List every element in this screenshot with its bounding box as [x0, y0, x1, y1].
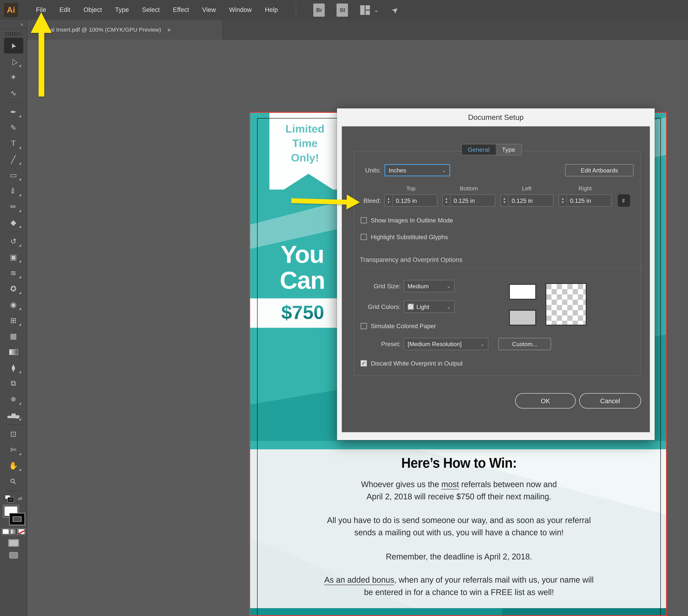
menu-view[interactable]: View: [196, 0, 222, 20]
ok-button[interactable]: OK: [515, 393, 576, 409]
eraser-tool[interactable]: ◆: [4, 215, 23, 230]
column-graph-tool-icon: ▃▆▄: [7, 412, 19, 418]
checkbox-box[interactable]: [361, 323, 367, 329]
eyedropper-tool[interactable]: ⧫: [4, 360, 23, 376]
symbol-sprayer-tool[interactable]: ✵: [4, 392, 23, 407]
highlight-substituted-glyphs-checkbox[interactable]: Highlight Substituted Glyphs: [361, 234, 448, 240]
rectangle-tool[interactable]: ▭: [4, 167, 23, 183]
menu-window[interactable]: Window: [222, 0, 258, 20]
curvature-tool[interactable]: ✎: [4, 120, 23, 136]
selection-tool[interactable]: ➤: [4, 38, 23, 53]
fill-stroke-indicator-icon[interactable]: [5, 495, 13, 502]
bleed-left-field[interactable]: ▲▼ 0.125 in: [500, 194, 553, 206]
show-images-outline-checkbox[interactable]: Show Images In Outline Mode: [361, 217, 453, 224]
scale-tool[interactable]: ▣: [4, 249, 23, 265]
pen-tool[interactable]: ✒: [4, 104, 23, 120]
mesh-tool[interactable]: ▦: [4, 328, 23, 344]
transparency-section-title: Transparency and Overprint Options: [360, 256, 463, 263]
magic-wand-tool[interactable]: ✶: [4, 69, 23, 85]
custom-button[interactable]: Custom...: [498, 338, 551, 350]
type-tool[interactable]: T: [4, 136, 23, 151]
stroke-color-swatch[interactable]: [9, 513, 24, 525]
simulate-colored-paper-checkbox[interactable]: Simulate Colored Paper: [361, 323, 436, 329]
swap-fill-stroke-icon[interactable]: ⇄: [18, 496, 22, 501]
paragraph-3: Remember, the deadline is April 2, 2018.: [250, 551, 667, 563]
stepper-arrows[interactable]: ▲▼: [385, 195, 393, 206]
gradient-button[interactable]: [10, 529, 17, 534]
rotate-tool[interactable]: ↺: [4, 234, 23, 249]
drawing-mode-button[interactable]: [8, 539, 19, 547]
hand-tool[interactable]: ✋: [4, 458, 23, 474]
bridge-button[interactable]: Br: [313, 3, 325, 17]
toolbar-drag-handle[interactable]: [5, 32, 21, 36]
chain-link-icon: ∞: [621, 198, 627, 203]
link-bleed-values-button[interactable]: ∞: [618, 194, 630, 206]
artboard-tool[interactable]: ⊡: [4, 426, 23, 442]
slice-tool[interactable]: ✄: [4, 442, 23, 458]
puppet-warp-tool[interactable]: ✪: [4, 281, 23, 296]
menu-object[interactable]: Object: [77, 0, 109, 20]
stepper-arrows[interactable]: ▲▼: [559, 195, 567, 206]
zoom-tool-icon: ⚲: [8, 476, 18, 487]
bleed-top-value[interactable]: 0.125 in: [393, 195, 437, 206]
grid-size-dropdown[interactable]: Medium ⌄: [404, 280, 454, 292]
bleed-bottom-field[interactable]: ▲▼ 0.125 in: [442, 194, 495, 206]
shape-builder-tool[interactable]: ◉: [4, 296, 23, 312]
units-value: Inches: [389, 167, 406, 173]
shaper-tool[interactable]: ✏: [4, 199, 23, 215]
arrow-up-icon: [31, 12, 52, 33]
lasso-tool[interactable]: ∿: [4, 85, 23, 101]
zoom-tool[interactable]: ⚲: [4, 474, 23, 489]
tab-general[interactable]: General: [462, 144, 496, 155]
illustrator-logo-icon: Ai: [4, 3, 18, 17]
menu-help[interactable]: Help: [258, 0, 285, 20]
units-label: Units:: [351, 167, 381, 174]
toolbar-collapse-button[interactable]: »: [0, 20, 27, 29]
menu-select[interactable]: Select: [135, 0, 166, 20]
units-dropdown[interactable]: Inches ⌄: [384, 164, 450, 176]
edit-artboards-button[interactable]: Edit Artboards: [565, 164, 634, 176]
cancel-button[interactable]: Cancel: [579, 393, 641, 409]
menu-effect[interactable]: Effect: [166, 0, 196, 20]
menu-bar: Ai File Edit Object Type Select Effect V…: [0, 0, 688, 20]
bleed-bottom-value[interactable]: 0.125 in: [450, 195, 495, 206]
checkbox-box[interactable]: [361, 217, 367, 223]
bleed-left-value[interactable]: 0.125 in: [509, 195, 553, 206]
grid-colors-dropdown[interactable]: Light ⌄: [404, 301, 454, 313]
line-segment-tool[interactable]: ╱: [4, 151, 23, 167]
bleed-left-column-label: Left: [500, 185, 553, 192]
gradient-tool[interactable]: [4, 344, 23, 360]
workspace-switcher[interactable]: ⌄: [360, 5, 378, 15]
tab-type[interactable]: Type: [496, 144, 521, 155]
share-icon[interactable]: ➤: [389, 4, 401, 16]
checkbox-box-checked[interactable]: ✓: [361, 360, 367, 367]
eraser-tool-icon: ◆: [10, 218, 16, 227]
bleed-top-field[interactable]: ▲▼ 0.125 in: [384, 194, 437, 206]
stepper-arrows[interactable]: ▲▼: [501, 195, 509, 206]
close-tab-icon[interactable]: ×: [167, 26, 171, 33]
bleed-right-field[interactable]: ▲▼ 0.125 in: [559, 194, 612, 206]
blend-tool[interactable]: ⧉: [4, 376, 23, 391]
menu-edit[interactable]: Edit: [53, 0, 77, 20]
lasso-tool-icon: ∿: [10, 88, 17, 97]
preset-label: Preset:: [368, 340, 400, 347]
paintbrush-tool[interactable]: ✐: [4, 183, 23, 199]
menu-type[interactable]: Type: [109, 0, 136, 20]
document-tab[interactable]: Referral Insert.pdf @ 100% (CMYK/GPU Pre…: [27, 20, 223, 39]
ribbon-notch: [284, 174, 333, 190]
column-graph-tool[interactable]: ▃▆▄: [4, 407, 23, 423]
color-button[interactable]: [2, 529, 9, 534]
eyedropper-tool-icon: ⧫: [12, 363, 15, 372]
bleed-right-value[interactable]: 0.125 in: [567, 195, 611, 206]
checkbox-box[interactable]: [361, 234, 367, 240]
preset-dropdown[interactable]: [Medium Resolution] ⌄: [404, 338, 488, 350]
width-tool[interactable]: ≋: [4, 265, 23, 281]
stock-button[interactable]: St: [337, 3, 348, 17]
perspective-grid-tool[interactable]: ⊞: [4, 312, 23, 328]
none-button[interactable]: [18, 529, 25, 534]
stepper-arrows[interactable]: ▲▼: [443, 195, 451, 206]
screen-mode-button[interactable]: [9, 552, 18, 558]
section-divider: [360, 268, 643, 268]
discard-white-overprint-checkbox[interactable]: ✓ Discard White Overprint in Output: [361, 360, 463, 367]
direct-selection-tool[interactable]: ▷: [4, 53, 23, 69]
